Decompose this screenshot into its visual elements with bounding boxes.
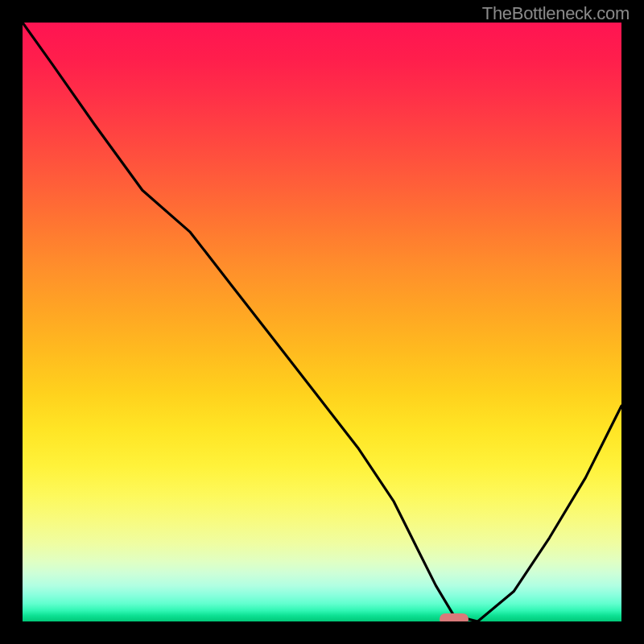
- bottleneck-curve: [23, 23, 621, 621]
- chart-plot-area: [23, 23, 621, 621]
- watermark-text: TheBottleneck.com: [482, 3, 630, 24]
- optimal-point-marker: [440, 613, 469, 621]
